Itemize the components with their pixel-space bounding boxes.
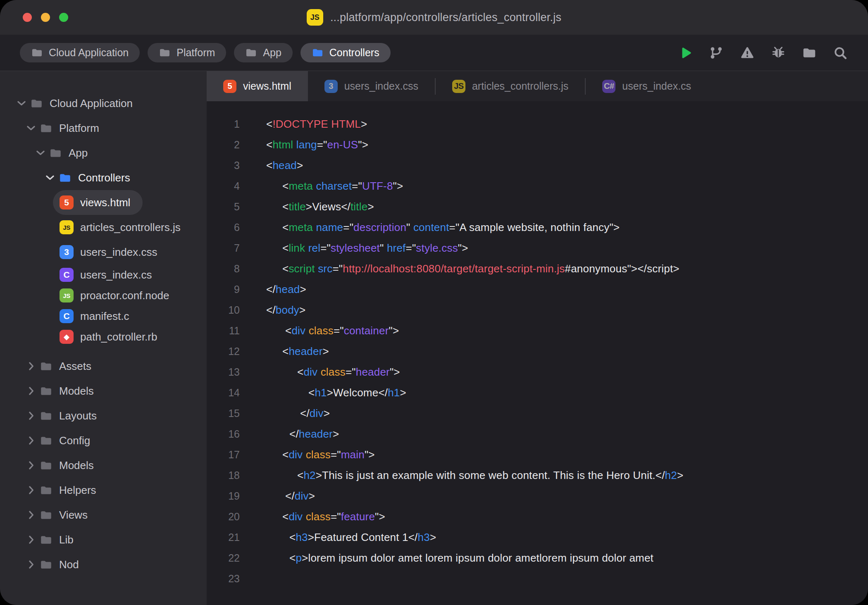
code-token: >	[677, 469, 683, 481]
code-token: rel	[308, 242, 321, 254]
code-editor[interactable]: 1<!DOCTYPE HTML>2<html lang="en-US">3<he…	[207, 101, 868, 605]
code-line[interactable]: 23	[207, 568, 868, 589]
code-text: </body>	[266, 304, 305, 317]
code-token: html	[272, 138, 293, 151]
breadcrumb-item[interactable]: Cloud Application	[20, 43, 140, 62]
code-token: en-US	[327, 138, 358, 151]
debug-button[interactable]	[770, 45, 786, 61]
git-branch-button[interactable]	[708, 45, 724, 61]
code-line[interactable]: 2<html lang="en-US">	[207, 134, 868, 155]
code-token: <	[285, 324, 291, 337]
run-button[interactable]	[677, 45, 693, 61]
editor-tab[interactable]: JS articles_controllers.js	[436, 71, 585, 101]
breadcrumb-item[interactable]: Controllers	[300, 43, 391, 62]
git-branch-icon	[709, 45, 724, 60]
code-line[interactable]: 22<p>lorem ipsum dolor amet lorem ipsum …	[207, 548, 868, 568]
tree-folder-row[interactable]: Config	[0, 428, 207, 453]
code-line[interactable]: 21<h3>Featured Content 1</h3>	[207, 527, 868, 548]
tree-file-row[interactable]: JS articles_controllers.js	[0, 215, 207, 240]
code-token: !DOCTYPE HTML	[272, 118, 361, 130]
folder-icon	[802, 45, 817, 60]
code-line[interactable]: 16</header>	[207, 424, 868, 444]
code-token: div	[291, 324, 305, 337]
line-number: 19	[207, 490, 240, 502]
code-line[interactable]: 1<!DOCTYPE HTML>	[207, 114, 868, 134]
tree-folder-row[interactable]: Models	[0, 379, 207, 403]
tree-folder-row[interactable]: Models	[0, 453, 207, 478]
tree-folder-row[interactable]: Nod	[0, 552, 207, 577]
tree-folder-row[interactable]: Assets	[0, 354, 207, 379]
breadcrumb-item[interactable]: App	[234, 43, 292, 62]
tree-item-label: Models	[59, 459, 94, 472]
code-line[interactable]: 6<meta name="description" content="A sam…	[207, 217, 868, 238]
code-line[interactable]: 14<h1>Welcome</h1>	[207, 382, 868, 403]
code-line[interactable]: 9</head>	[207, 279, 868, 300]
code-line[interactable]: 5<title>Views</title>	[207, 196, 868, 217]
file-pill: C manifest.c	[53, 306, 142, 326]
code-token: >	[300, 283, 306, 295]
code-token	[305, 242, 308, 254]
files-button[interactable]	[801, 45, 817, 61]
code-line[interactable]: 8<script src="http://localhost:8080/targ…	[207, 258, 868, 279]
folder-icon	[40, 509, 52, 522]
tree-folder-row[interactable]: Layouts	[0, 403, 207, 428]
search-button[interactable]	[832, 45, 848, 61]
breadcrumb-label: Platform	[176, 47, 215, 59]
tree-folder-row[interactable]: Controllers	[0, 165, 207, 190]
warning-icon	[740, 45, 755, 60]
tree-file-row[interactable]: 3 users_index.css	[0, 240, 207, 264]
code-token: <	[266, 118, 272, 130]
code-token: title	[351, 200, 367, 213]
breadcrumb: Cloud Application Platform App Controlle…	[20, 43, 391, 62]
code-token: head	[272, 159, 297, 171]
editor-tab[interactable]: 5 views.html	[207, 71, 308, 101]
code-text: <h3>Featured Content 1</h3>	[289, 531, 436, 544]
tree-file-row[interactable]: 5 views.html	[0, 190, 207, 215]
tree-file-row[interactable]: C manifest.c	[0, 306, 207, 326]
tree-file-row[interactable]: JS proactor.conf.node	[0, 285, 207, 306]
tree-folder-row[interactable]: Views	[0, 503, 207, 527]
line-number: 21	[207, 531, 240, 543]
line-number: 20	[207, 511, 240, 523]
code-token: ">	[365, 448, 375, 461]
minimize-button[interactable]	[41, 13, 50, 22]
tree-folder-row[interactable]: Helpers	[0, 478, 207, 503]
tree-file-row[interactable]: ◆ path_cotroller.rb	[0, 326, 207, 347]
code-line[interactable]: 7<link rel="stylesheet" href="style.css"…	[207, 238, 868, 258]
breadcrumb-item[interactable]: Platform	[148, 43, 226, 62]
code-token	[303, 510, 305, 523]
code-token: div	[295, 490, 309, 502]
editor-tab[interactable]: C# users_index.cs	[586, 71, 708, 101]
code-line[interactable]: 15</div>	[207, 403, 868, 424]
code-line[interactable]: 20<div class="feature">	[207, 506, 868, 527]
tree-folder-row[interactable]: Cloud Application	[0, 91, 207, 116]
chevron-right-icon	[25, 558, 37, 571]
traffic-lights	[23, 0, 68, 35]
code-line[interactable]: 11<div class="container">	[207, 320, 868, 341]
warnings-button[interactable]	[739, 45, 755, 61]
tree-item-label: Controllers	[78, 171, 130, 184]
code-line[interactable]: 18<h2>This is just an example with some …	[207, 465, 868, 486]
code-text: <meta charset="UTF-8">	[282, 180, 403, 193]
code-line[interactable]: 4<meta charset="UTF-8">	[207, 176, 868, 196]
code-line[interactable]: 13<div class="header">	[207, 362, 868, 382]
code-text: </div>	[285, 490, 315, 503]
code-line[interactable]: 17<div class="main">	[207, 444, 868, 465]
code-text: <h2>This is just an example with some we…	[297, 469, 683, 482]
close-button[interactable]	[23, 13, 32, 22]
tree-folder-row[interactable]: Lib	[0, 527, 207, 552]
code-line[interactable]: 12<header>	[207, 341, 868, 362]
code-line[interactable]: 3<head>	[207, 155, 868, 176]
tree-item-label: Models	[59, 385, 94, 398]
tree-folder-row[interactable]: App	[0, 141, 207, 165]
code-line[interactable]: 19</div>	[207, 486, 868, 506]
zoom-button[interactable]	[59, 13, 68, 22]
code-token: UTF-8	[362, 180, 393, 192]
code-line[interactable]: 10</body>	[207, 300, 868, 320]
code-token: >	[323, 345, 329, 357]
tree-folder-row[interactable]: Platform	[0, 116, 207, 141]
line-number: 15	[207, 407, 240, 419]
tree-file-row[interactable]: C users_index.cs	[0, 264, 207, 285]
code-token: stylesheet	[331, 242, 380, 254]
editor-tab[interactable]: 3 users_index.css	[308, 71, 435, 101]
